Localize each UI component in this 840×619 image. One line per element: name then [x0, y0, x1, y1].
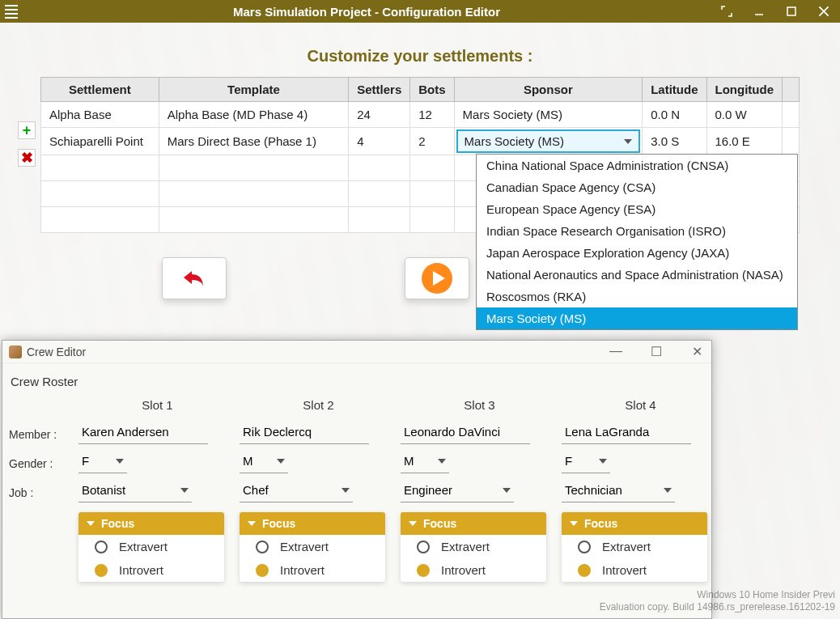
sponsor-dropdown-list[interactable]: China National Space Administration (CNS…: [476, 154, 798, 330]
cell-template[interactable]: Mars Direct Base (Phase 1): [159, 128, 349, 155]
chevron-down-icon: [409, 521, 417, 526]
maximize-button[interactable]: [775, 0, 808, 23]
table-row[interactable]: Schiaparelli Point Mars Direct Base (Pha…: [41, 128, 800, 155]
windows-watermark: Windows 10 Home Insider Previ Evaluation…: [600, 589, 835, 614]
undo-button[interactable]: [162, 257, 227, 299]
svg-rect-0: [787, 7, 795, 15]
member-input-2[interactable]: [240, 420, 369, 444]
chevron-down-icon: [599, 459, 607, 464]
crew-close-button[interactable]: ✕: [689, 344, 705, 359]
col-settlers[interactable]: Settlers: [349, 78, 410, 102]
cell-lat[interactable]: 3.0 S: [643, 128, 706, 155]
member-label: Member :: [9, 420, 75, 449]
member-input-1[interactable]: [78, 420, 208, 444]
chevron-down-icon: [87, 521, 95, 526]
focus-panel-4: Focus Extravert Introvert: [562, 512, 707, 582]
fullscreen-button[interactable]: [711, 0, 743, 23]
slot-2-header: Slot 2: [240, 393, 397, 420]
sponsor-option[interactable]: European Space Agency (ESA): [477, 198, 797, 220]
cell-settlers[interactable]: 24: [349, 102, 410, 128]
table-row[interactable]: Alpha Base Alpha Base (MD Phase 4) 24 12…: [41, 102, 800, 128]
focus-option-introvert[interactable]: Introvert: [562, 558, 707, 582]
job-select-1[interactable]: Botanist: [78, 478, 192, 502]
gender-label: Gender :: [9, 449, 75, 478]
slot-1-header: Slot 1: [78, 393, 236, 420]
cell-lat[interactable]: 0.0 N: [643, 102, 706, 128]
job-select-3[interactable]: Engineer: [401, 478, 514, 502]
crew-editor-window[interactable]: Crew Editor — ☐ ✕ Crew Roster Slot 1 Slo…: [2, 340, 712, 619]
sponsor-value: Mars Society (MS): [465, 134, 564, 148]
crew-window-title: Crew Editor: [27, 346, 608, 358]
sponsor-option-selected[interactable]: Mars Society (MS): [477, 307, 797, 329]
cell-settlement[interactable]: Schiaparelli Point: [41, 128, 159, 155]
crew-minimize-button[interactable]: —: [608, 344, 624, 359]
sponsor-option[interactable]: Canadian Space Agency (CSA): [477, 176, 797, 198]
col-template[interactable]: Template: [159, 78, 349, 102]
window-title: Mars Simulation Project - Configuration …: [23, 5, 711, 19]
job-label: Job :: [9, 478, 75, 507]
member-input-4[interactable]: [562, 420, 691, 444]
delete-row-button[interactable]: ✖: [18, 149, 36, 167]
col-bots[interactable]: Bots: [410, 78, 454, 102]
sponsor-option[interactable]: China National Space Administration (CNS…: [477, 155, 797, 176]
chevron-down-icon: [180, 488, 189, 493]
col-latitude[interactable]: Latitude: [643, 78, 706, 102]
crew-app-icon: [9, 346, 22, 358]
crew-maximize-button[interactable]: ☐: [648, 344, 664, 359]
gender-select-2[interactable]: M: [240, 449, 288, 473]
minimize-button[interactable]: [743, 0, 775, 23]
col-sponsor[interactable]: Sponsor: [454, 78, 643, 102]
chevron-down-icon: [624, 139, 632, 144]
sponsor-option[interactable]: National Aeronautics and Space Administr…: [477, 264, 797, 286]
focus-option-introvert[interactable]: Introvert: [401, 558, 546, 582]
add-row-button[interactable]: +: [18, 121, 36, 139]
focus-header[interactable]: Focus: [401, 512, 546, 535]
close-button[interactable]: [808, 0, 840, 23]
menu-icon[interactable]: [0, 0, 23, 23]
cell-lon[interactable]: 0.0 W: [706, 102, 782, 128]
chevron-down-icon: [248, 521, 256, 526]
job-select-4[interactable]: Technician: [562, 478, 675, 502]
window-controls: [711, 0, 840, 23]
run-button[interactable]: [405, 257, 469, 299]
sponsor-option[interactable]: Roscosmos (RKA): [477, 286, 797, 307]
chevron-down-icon: [116, 459, 124, 464]
focus-panel-3: Focus Extravert Introvert: [401, 512, 546, 582]
cell-settlement[interactable]: Alpha Base: [41, 102, 159, 128]
focus-panel-2: Focus Extravert Introvert: [240, 512, 385, 582]
crew-titlebar[interactable]: Crew Editor — ☐ ✕: [2, 341, 711, 363]
focus-header[interactable]: Focus: [562, 512, 707, 535]
sponsor-option[interactable]: Japan Aerospace Exploration Agency (JAXA…: [477, 242, 797, 264]
focus-option-introvert[interactable]: Introvert: [78, 558, 224, 582]
focus-option-introvert[interactable]: Introvert: [240, 558, 385, 582]
chevron-down-icon: [664, 488, 672, 493]
cell-lon[interactable]: 16.0 E: [706, 128, 782, 155]
focus-option-extravert[interactable]: Extravert: [562, 535, 707, 558]
cell-settlers[interactable]: 4: [349, 128, 410, 155]
focus-option-extravert[interactable]: Extravert: [78, 535, 224, 558]
col-longitude[interactable]: Longitude: [706, 78, 782, 102]
sponsor-option[interactable]: Indian Space Research Organisation (ISRO…: [477, 220, 797, 242]
chevron-down-icon: [438, 459, 446, 464]
gender-select-4[interactable]: F: [562, 449, 610, 473]
col-settlement[interactable]: Settlement: [41, 78, 159, 102]
titlebar[interactable]: Mars Simulation Project - Configuration …: [0, 0, 840, 23]
focus-option-extravert[interactable]: Extravert: [401, 535, 546, 558]
cell-bots[interactable]: 2: [410, 128, 454, 155]
cell-template[interactable]: Alpha Base (MD Phase 4): [159, 102, 349, 128]
member-input-3[interactable]: [401, 420, 530, 444]
focus-header[interactable]: Focus: [78, 512, 224, 535]
cell-sponsor-active[interactable]: Mars Society (MS): [454, 128, 643, 155]
gender-select-3[interactable]: M: [401, 449, 449, 473]
chevron-down-icon: [570, 521, 578, 526]
focus-header[interactable]: Focus: [240, 512, 385, 535]
job-select-2[interactable]: Chef: [240, 478, 353, 502]
focus-option-extravert[interactable]: Extravert: [240, 535, 385, 558]
gender-select-1[interactable]: F: [78, 449, 127, 473]
cell-bots[interactable]: 12: [410, 102, 454, 128]
chevron-down-icon: [277, 459, 285, 464]
cell-sponsor[interactable]: Mars Society (MS): [454, 102, 643, 128]
sponsor-dropdown[interactable]: Mars Society (MS): [456, 129, 641, 153]
chevron-down-icon: [342, 488, 350, 493]
focus-panel-1: Focus Extravert Introvert: [78, 512, 224, 582]
